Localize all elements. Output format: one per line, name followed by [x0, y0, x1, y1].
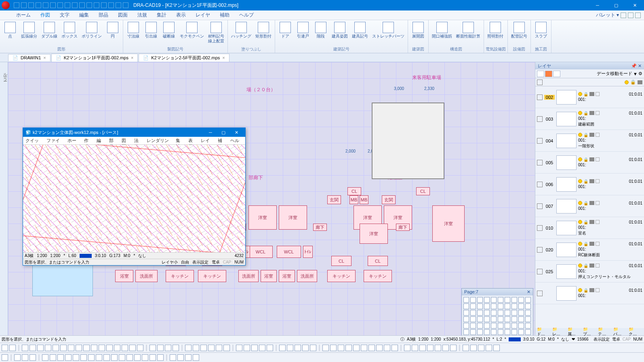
float-min-button[interactable]: ─	[204, 130, 217, 135]
ribbon-button[interactable]: ストレッチパーツ	[370, 21, 406, 46]
print-icon[interactable]	[638, 80, 642, 84]
float-menu-item[interactable]: ファイル	[46, 138, 63, 144]
ribbon-button[interactable]: 引違戸	[295, 21, 311, 46]
ribbon-button[interactable]: 階段	[312, 21, 329, 46]
lock-icon[interactable]: 🔒	[583, 220, 588, 224]
palette-tool-icon[interactable]	[463, 297, 469, 303]
toolbar-icon[interactable]	[279, 345, 286, 351]
box-icon[interactable]	[596, 92, 600, 96]
toolbar-icon[interactable]	[9, 345, 16, 351]
float-menu-item[interactable]: ホーム	[67, 138, 80, 144]
print-icon[interactable]	[589, 201, 594, 205]
drawing-canvas[interactable]: 池 外部 廊下 来客用駐車場 場（２０台） 階段室 部廊下 3,000 2,33…	[8, 62, 535, 335]
toolbar-icon[interactable]	[295, 345, 301, 351]
toolbar-icon[interactable]	[412, 345, 418, 351]
toolbar-icon[interactable]	[53, 345, 59, 351]
toolbar-icon[interactable]	[42, 354, 48, 361]
toolbar-icon[interactable]	[149, 354, 156, 361]
lock-icon[interactable]: 🔒	[630, 80, 636, 85]
palette-tool-icon[interactable]	[518, 310, 524, 316]
ribbon-button[interactable]: 材料記号 線上配置	[206, 21, 226, 46]
minimize-button[interactable]: ─	[588, 0, 607, 10]
toolbar-icon[interactable]	[129, 345, 136, 351]
bulb-icon[interactable]	[578, 220, 582, 224]
toolbar-icon[interactable]	[99, 345, 105, 351]
palette-tool-icon[interactable]	[505, 303, 510, 309]
layer-checkbox[interactable]	[537, 116, 543, 122]
palette-tool-icon[interactable]	[518, 329, 524, 335]
toolbar-icon[interactable]	[450, 345, 457, 351]
menu-aggregate[interactable]: 集計	[157, 12, 166, 19]
lock-icon[interactable]: 🔒	[583, 133, 588, 137]
toolbar-icon[interactable]	[361, 345, 367, 351]
toolbar-icon[interactable]	[216, 345, 222, 351]
toolbar-icon[interactable]	[103, 354, 110, 361]
toolbar-icon[interactable]	[338, 345, 344, 351]
box-icon[interactable]	[596, 288, 600, 292]
menu-assist[interactable]: 補助	[220, 12, 229, 19]
palette-tool-icon[interactable]	[470, 316, 476, 322]
bulb-icon[interactable]	[578, 264, 582, 268]
toolbar-icon[interactable]	[185, 345, 192, 351]
palette-tool-icon[interactable]	[498, 329, 503, 335]
toolbar-icon[interactable]	[170, 354, 176, 361]
layer-row[interactable]: 002 🔒 01:0.01 001:	[535, 86, 644, 108]
qat-icon[interactable]	[43, 2, 48, 8]
toolbar-icon[interactable]	[404, 345, 410, 351]
right-bottom-tab[interactable]: 📁 ド…	[537, 327, 551, 337]
page-palette-title[interactable]: Page:7 ✕	[462, 289, 533, 295]
bulb-icon[interactable]	[578, 133, 582, 137]
lock-icon[interactable]: 🔒	[583, 92, 588, 96]
palette-tool-icon[interactable]	[525, 297, 531, 303]
toolbar-icon[interactable]	[486, 345, 492, 351]
float-menu-item[interactable]: レイヤ	[201, 138, 213, 144]
select-all-checkbox[interactable]	[537, 80, 543, 85]
palette-tool-icon[interactable]	[505, 316, 510, 322]
info-icon[interactable]: ⓘ	[400, 337, 404, 342]
palette-tool-icon[interactable]	[498, 303, 503, 309]
lock-icon[interactable]: 🔒	[583, 288, 588, 293]
palette-tool-icon[interactable]	[491, 310, 497, 316]
palette-tool-icon[interactable]	[525, 303, 531, 309]
float-menu-item[interactable]: クイック	[25, 138, 42, 144]
float-3d-canvas[interactable]	[23, 145, 245, 252]
toolbar-icon[interactable]	[65, 354, 72, 361]
bulb-icon[interactable]	[578, 201, 582, 205]
palette-tool-icon[interactable]	[518, 297, 524, 303]
filter-icon[interactable]: ▼	[633, 71, 638, 76]
toolbar-icon[interactable]	[427, 345, 434, 351]
palette-tool-icon[interactable]	[525, 310, 531, 316]
toolbar-icon[interactable]	[391, 345, 398, 351]
layer-checkbox[interactable]	[537, 160, 543, 165]
toolbar-icon[interactable]	[310, 345, 316, 351]
ribbon-button[interactable]: モクモクペン	[178, 21, 206, 46]
toolbar-icon[interactable]	[50, 354, 56, 361]
qat-icon[interactable]	[116, 2, 121, 8]
qat-icon[interactable]	[108, 2, 114, 8]
bulb-icon[interactable]	[578, 288, 582, 292]
toolbar-icon[interactable]	[76, 345, 82, 351]
qat-icon[interactable]	[50, 2, 56, 8]
layer-row[interactable]: 004 🔒 01:0.01 001: 一階形状	[535, 130, 644, 152]
toolbar-icon[interactable]	[22, 354, 28, 361]
box-icon[interactable]	[596, 179, 600, 183]
layer-row[interactable]: 007 🔒 01:0.01 001:	[535, 195, 644, 217]
layer-tool-icon[interactable]	[553, 71, 560, 77]
menu-text[interactable]: 文字	[60, 12, 69, 19]
bulb-icon[interactable]	[578, 111, 582, 115]
qat-icon[interactable]	[57, 2, 63, 8]
float-menu-item[interactable]: 表示	[188, 138, 197, 144]
toolbar-icon[interactable]	[478, 345, 484, 351]
menu-home[interactable]: ホーム	[16, 12, 31, 19]
qat-icon[interactable]	[14, 2, 19, 8]
ribbon-button[interactable]: ドア	[277, 21, 294, 46]
toolbar-icon[interactable]	[91, 345, 97, 351]
right-bottom-tab[interactable]: 📁 レ…	[552, 327, 566, 337]
box-icon[interactable]	[596, 157, 600, 161]
box-icon[interactable]	[596, 220, 600, 224]
ribbon-button[interactable]: 建具記号	[350, 21, 370, 46]
float-titlebar[interactable]: 🧊 k2マンション立体図-work12.mps - [パース] ─ ▢ ✕	[23, 128, 245, 137]
palette-tool-icon[interactable]	[525, 316, 531, 322]
print-icon[interactable]	[589, 264, 594, 268]
ribbon-button[interactable]: 展開図	[410, 21, 427, 46]
